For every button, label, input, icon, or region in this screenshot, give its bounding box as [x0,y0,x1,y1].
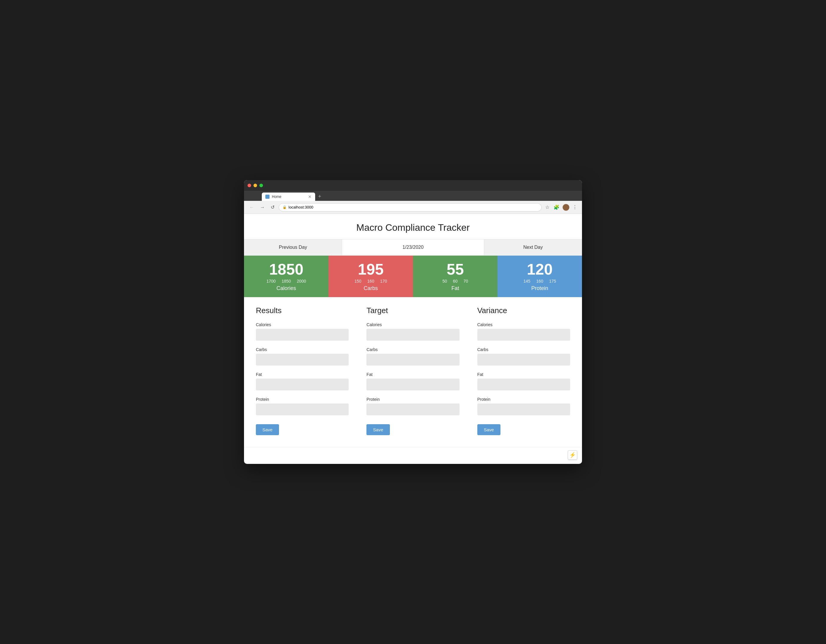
calories-range: 1700 1850 2000 [267,279,306,283]
variance-column: Variance Calories Carbs Fat Prot [477,306,570,435]
tab-favicon [266,195,270,199]
variance-calories-input[interactable] [477,329,570,341]
target-protein-label: Protein [366,397,459,402]
target-protein-group: Protein [366,397,459,415]
menu-button[interactable]: ⋮ [571,203,578,211]
fat-label: Fat [451,285,459,291]
results-calories-label: Calories [256,322,349,327]
variance-save-button[interactable]: Save [477,424,500,435]
results-fat-group: Fat [256,372,349,390]
browser-titlebar [244,180,582,191]
macro-cards: 1850 1700 1850 2000 Calories 195 150 160… [244,255,582,297]
variance-carbs-input[interactable] [477,354,570,365]
back-button[interactable]: ← [248,203,256,211]
target-fat-group: Fat [366,372,459,390]
close-button[interactable] [248,184,251,187]
results-save-button[interactable]: Save [256,424,279,435]
forward-button[interactable]: → [258,203,267,211]
maximize-button[interactable] [259,184,263,187]
variance-fat-group: Fat [477,372,570,390]
target-fat-label: Fat [366,372,459,377]
target-carbs-input[interactable] [366,354,459,365]
results-column: Results Calories Carbs Fat Prote [256,306,349,435]
carbs-value: 195 [358,262,384,277]
results-calories-input[interactable] [256,329,349,341]
results-protein-label: Protein [256,397,349,402]
extensions-button[interactable]: 🧩 [552,203,560,211]
variance-fat-input[interactable] [477,379,570,390]
variance-calories-group: Calories [477,322,570,341]
calories-max: 2000 [297,279,306,283]
variance-calories-label: Calories [477,322,570,327]
browser-window: Home ✕ + ← → ↺ 🔒 localhost:3000 ☆ 🧩 ⋮ Ma… [244,180,582,464]
calories-min: 1700 [267,279,276,283]
minimize-button[interactable] [253,184,257,187]
results-heading: Results [256,306,349,315]
calories-card: 1850 1700 1850 2000 Calories [244,255,329,297]
carbs-label: Carbs [363,285,378,291]
results-carbs-group: Carbs [256,347,349,365]
bookmark-button[interactable]: ☆ [544,203,551,211]
variance-carbs-group: Carbs [477,347,570,365]
day-navigation: Previous Day 1/23/2020 Next Day [244,239,582,255]
target-carbs-group: Carbs [366,347,459,365]
variance-protein-label: Protein [477,397,570,402]
browser-toolbar: ← → ↺ 🔒 localhost:3000 ☆ 🧩 ⋮ [244,201,582,214]
fat-mid: 60 [453,279,458,283]
refresh-button[interactable]: ↺ [269,203,276,211]
results-carbs-label: Carbs [256,347,349,352]
protein-label: Protein [531,285,548,291]
carbs-min: 150 [354,279,361,283]
page-title: Macro Compliance Tracker [244,214,582,239]
previous-day-button[interactable]: Previous Day [244,239,342,255]
target-calories-group: Calories [366,322,459,341]
profile-avatar[interactable] [562,204,570,211]
tab-close-icon[interactable]: ✕ [308,195,312,199]
protein-value: 120 [527,262,553,277]
results-fat-input[interactable] [256,379,349,390]
variance-protein-input[interactable] [477,404,570,415]
protein-card: 120 145 160 175 Protein [497,255,582,297]
lightning-badge[interactable]: ⚡ [568,450,577,460]
protein-min: 145 [523,279,530,283]
target-heading: Target [366,306,459,315]
current-date: 1/23/2020 [342,239,484,255]
target-fat-input[interactable] [366,379,459,390]
target-calories-label: Calories [366,322,459,327]
protein-max: 175 [549,279,556,283]
address-bar[interactable]: 🔒 localhost:3000 [279,203,542,212]
protein-mid: 160 [536,279,543,283]
results-carbs-input[interactable] [256,354,349,365]
carbs-max: 170 [380,279,387,283]
calories-value: 1850 [269,262,304,277]
fat-card: 55 50 60 70 Fat [413,255,497,297]
data-section: Results Calories Carbs Fat Prote [244,297,582,447]
target-column: Target Calories Carbs Fat Protei [366,306,459,435]
new-tab-button[interactable]: + [315,194,324,200]
target-carbs-label: Carbs [366,347,459,352]
browser-tab-home[interactable]: Home ✕ [262,192,315,201]
calories-mid: 1850 [282,279,291,283]
variance-carbs-label: Carbs [477,347,570,352]
fat-max: 70 [463,279,468,283]
tab-label: Home [272,195,281,199]
fat-value: 55 [447,262,464,277]
address-text: localhost:3000 [289,205,314,209]
target-save-button[interactable]: Save [366,424,390,435]
target-protein-input[interactable] [366,404,459,415]
next-day-button[interactable]: Next Day [484,239,582,255]
variance-heading: Variance [477,306,570,315]
variance-fat-label: Fat [477,372,570,377]
page-content: Macro Compliance Tracker Previous Day 1/… [244,214,582,447]
protein-range: 145 160 175 [523,279,556,283]
results-calories-group: Calories [256,322,349,341]
results-protein-input[interactable] [256,404,349,415]
results-grid: Results Calories Carbs Fat Prote [256,306,570,435]
calories-label: Calories [276,285,296,291]
target-calories-input[interactable] [366,329,459,341]
lock-icon: 🔒 [283,205,287,209]
fat-range: 50 60 70 [442,279,468,283]
fat-min: 50 [442,279,447,283]
browser-tab-bar: Home ✕ + [244,191,582,201]
results-fat-label: Fat [256,372,349,377]
